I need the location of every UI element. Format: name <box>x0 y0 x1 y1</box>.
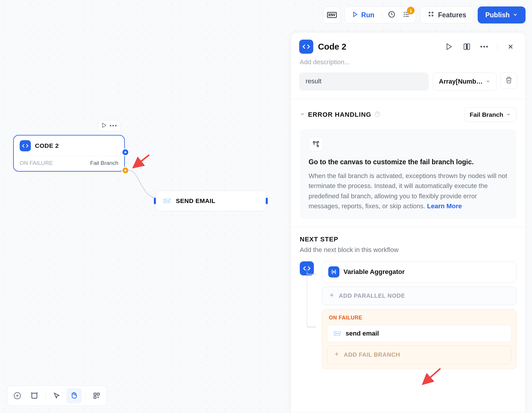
docs-button[interactable] <box>460 40 473 53</box>
delete-variable-button[interactable] <box>501 72 517 89</box>
output-port[interactable] <box>266 198 268 204</box>
more-button[interactable]: ••• <box>478 40 491 53</box>
svg-rect-18 <box>94 393 96 395</box>
badge: 1 <box>407 7 415 14</box>
collapse-toggle[interactable] <box>300 111 305 118</box>
run-button[interactable]: Run <box>348 8 379 22</box>
chevron-down-icon <box>506 111 511 118</box>
clock-icon <box>388 11 395 19</box>
add-parallel-button[interactable]: ADD PARALLEL NODE <box>322 287 516 305</box>
svg-rect-19 <box>97 393 99 395</box>
on-failure-label: ON FAILURE <box>20 160 53 166</box>
svg-point-3 <box>432 12 433 13</box>
play-icon <box>352 11 358 19</box>
node-send-email[interactable]: 📨 SEND EMAIL <box>155 191 267 211</box>
add-node-button[interactable] <box>10 388 25 403</box>
email-icon: 📨 <box>162 197 171 205</box>
node-code-2[interactable]: ••• CODE 2 ON FAILURE Fail Branch <box>13 135 125 172</box>
node-panel: Code 2 ••• Add description... result Arr… <box>291 32 526 413</box>
run-node-button[interactable] <box>443 40 456 53</box>
add-output-button[interactable] <box>122 148 129 156</box>
svg-marker-9 <box>447 44 451 50</box>
svg-marker-6 <box>102 123 106 128</box>
tree-connector <box>307 268 319 342</box>
env-button[interactable]: ENV <box>323 6 340 23</box>
code-icon <box>20 140 31 151</box>
publish-button[interactable]: Publish <box>478 6 526 23</box>
description-input[interactable]: Add description... <box>291 57 525 72</box>
organize-button[interactable] <box>89 388 104 403</box>
help-icon[interactable] <box>374 111 380 118</box>
svg-point-5 <box>432 15 433 16</box>
hand-tool[interactable] <box>66 388 82 403</box>
chevron-down-icon <box>486 78 490 85</box>
learn-more-link[interactable]: Learn More <box>427 202 462 210</box>
branch-icon <box>309 137 323 151</box>
error-handling-select[interactable]: Fail Branch <box>464 107 516 122</box>
input-port[interactable] <box>154 198 156 204</box>
play-icon[interactable] <box>101 122 107 129</box>
svg-rect-20 <box>94 396 96 398</box>
more-icon[interactable]: ••• <box>110 122 117 129</box>
fail-branch-label: Fail Branch <box>90 160 118 166</box>
top-toolbar: ENV Run 1 Features Publish <box>323 6 526 23</box>
email-icon: 📨 <box>333 329 341 338</box>
comment-button[interactable] <box>27 388 42 403</box>
svg-point-2 <box>429 12 430 13</box>
history-button[interactable] <box>385 9 398 21</box>
chevron-down-icon <box>513 11 518 19</box>
run-group: Run 1 <box>344 6 416 23</box>
svg-point-13 <box>317 145 319 147</box>
checklist-button[interactable]: 1 <box>400 9 413 21</box>
svg-rect-17 <box>32 393 37 398</box>
pointer-tool[interactable] <box>49 388 65 403</box>
add-fail-output-button[interactable] <box>122 167 129 174</box>
fail-branch-section: ON FAILURE 📨 send email ADD FAIL BRANCH <box>322 309 516 369</box>
node-mini-toolbar: ••• <box>98 120 121 131</box>
features-button[interactable]: Features <box>420 6 474 23</box>
svg-marker-0 <box>354 12 357 16</box>
trash-icon <box>505 77 512 85</box>
code-icon <box>299 40 313 54</box>
info-card: Go to the canvas to customize the fail b… <box>300 129 516 219</box>
panel-title: Code 2 <box>318 42 438 52</box>
variable-type-select[interactable]: Array[Numb… <box>433 72 496 91</box>
svg-point-11 <box>313 141 315 143</box>
sliders-icon <box>427 11 435 19</box>
fail-node-send-email[interactable]: 📨 send email <box>327 325 511 342</box>
canvas-toolbar <box>7 385 107 406</box>
variable-name-input[interactable]: result <box>299 72 429 91</box>
svg-point-4 <box>429 15 430 16</box>
close-button[interactable] <box>504 40 517 53</box>
plus-icon <box>329 292 335 299</box>
add-fail-branch-button[interactable]: ADD FAIL BRANCH <box>327 346 511 364</box>
next-node-aggregator[interactable]: Variable Aggregator <box>322 261 516 282</box>
variable-icon <box>328 266 339 277</box>
plus-icon <box>334 351 340 358</box>
